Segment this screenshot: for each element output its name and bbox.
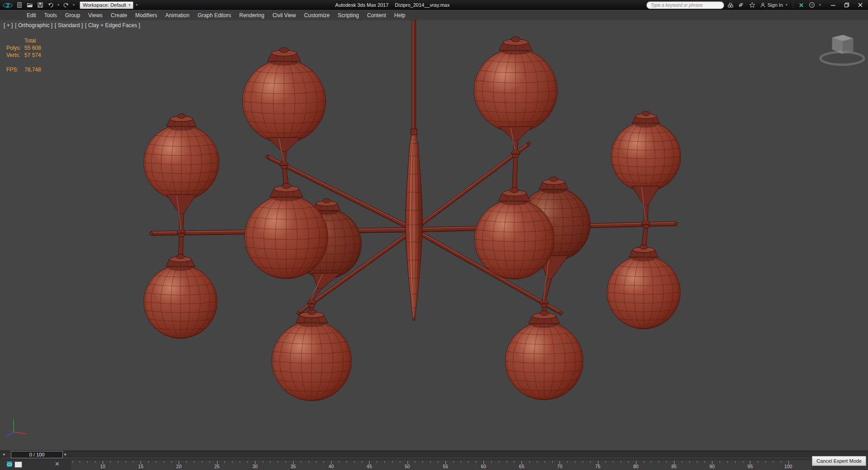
ruler-tick — [95, 461, 95, 463]
ruler-tick — [384, 461, 385, 463]
qat-customize-arrow[interactable]: ▾ — [135, 3, 138, 7]
menu-item-views[interactable]: Views — [84, 10, 107, 20]
exchange-apps-button[interactable] — [797, 1, 806, 9]
ruler-tick — [659, 461, 659, 463]
help-button[interactable]: ? — [807, 1, 816, 9]
ruler-tick — [476, 461, 476, 463]
ruler-tick — [209, 461, 210, 463]
ruler-tick — [301, 461, 301, 463]
ruler-tick — [278, 461, 278, 463]
window-title: Autodesk 3ds Max 2017 Dizipro_2014__vray… — [138, 2, 646, 8]
ruler-frame-label: 65 — [519, 464, 524, 469]
menu-item-edit[interactable]: Edit — [23, 10, 40, 20]
search-input[interactable] — [646, 1, 724, 9]
sign-in-button[interactable]: Sign In ▾ — [759, 2, 790, 8]
ruler-tick — [164, 461, 164, 463]
undo-button[interactable] — [46, 1, 55, 9]
save-file-button[interactable] — [36, 1, 45, 9]
ruler-tick — [110, 461, 111, 463]
undo-icon — [47, 2, 54, 8]
viewport-standard-menu[interactable]: [ Standard ] — [55, 22, 83, 28]
restore-button[interactable] — [840, 0, 854, 9]
open-file-button[interactable] — [25, 1, 34, 9]
redo-button[interactable] — [62, 1, 71, 9]
save-icon — [37, 2, 43, 8]
sign-in-label: Sign In — [768, 2, 783, 8]
favorites-button[interactable] — [748, 1, 757, 9]
menu-item-civil-view[interactable]: Civil View — [268, 10, 300, 20]
ruler-tick — [453, 461, 454, 463]
menu-item-create[interactable]: Create — [107, 10, 131, 20]
3dsmax-logo-icon: 3 — [2, 1, 13, 9]
time-slider-track[interactable] — [1, 451, 867, 458]
menu-item-rendering[interactable]: Rendering — [235, 10, 268, 20]
undo-dropdown-arrow[interactable]: ▾ — [57, 3, 60, 7]
ruler-tick — [126, 461, 126, 463]
redo-icon — [63, 2, 69, 8]
ruler-tick — [621, 461, 621, 463]
ruler-tick — [727, 461, 728, 463]
chandelier-model[interactable] — [0, 20, 868, 450]
ruler-tick — [697, 461, 697, 463]
ruler-frame-label: 30 — [252, 464, 258, 469]
menu-item-graph-editors[interactable]: Graph Editors — [194, 10, 235, 20]
minimize-button[interactable] — [826, 0, 840, 9]
stats-fps-row: FPS:78,748 — [6, 66, 41, 73]
menu-item-modifiers[interactable]: Modifiers — [131, 10, 161, 20]
viewport-general-menu[interactable]: [ + ] — [4, 22, 13, 28]
viewport-pov-menu[interactable]: [ Orthographic ] — [15, 22, 52, 28]
app-logo[interactable]: 3 — [2, 0, 14, 9]
new-file-icon — [16, 2, 23, 8]
workspace-dropdown[interactable]: Workspace: Default ▾ — [80, 1, 133, 9]
exchange-apps-icon — [798, 2, 804, 8]
help-icon: ? — [809, 2, 815, 8]
menu-item-tools[interactable]: Tools — [40, 10, 61, 20]
close-button[interactable] — [854, 0, 867, 9]
redo-dropdown-arrow[interactable]: ▾ — [72, 3, 76, 7]
menu-item-animation[interactable]: Animation — [161, 10, 194, 20]
viewcube[interactable] — [821, 35, 864, 65]
communication-center-button[interactable] — [737, 1, 746, 9]
timeline-ruler[interactable]: 101520253035404550556065707580859095100 — [70, 460, 813, 470]
ruler-tick — [590, 461, 591, 463]
ruler-tick — [537, 461, 537, 463]
ruler-frame-label: 45 — [367, 464, 372, 469]
menu-item-group[interactable]: Group — [61, 10, 84, 20]
title-bar: 3 ▾ ▾ Workspace: Default ▾ — [0, 0, 868, 10]
app-mini-icon — [6, 461, 13, 467]
star-icon — [749, 2, 755, 8]
ruler-frame-label: 20 — [176, 464, 182, 469]
titlebar-separator — [793, 2, 793, 8]
viewport-canvas[interactable]: [ + ][ Orthographic ][ Standard ][ Clay … — [0, 20, 868, 450]
menu-item-help[interactable]: Help — [390, 10, 410, 20]
close-icon — [857, 2, 863, 8]
ruler-frame-label: 95 — [748, 464, 753, 469]
cancel-expert-mode-button[interactable]: Cancel Expert Mode — [812, 456, 866, 466]
menu-item-customize[interactable]: Customize — [300, 10, 334, 20]
menu-item-content[interactable]: Content — [363, 10, 390, 20]
trackbar-close-icon[interactable]: ✕ — [55, 460, 60, 468]
ruler-tick — [362, 461, 362, 463]
next-frame-button[interactable]: ► — [64, 452, 67, 457]
viewport-label: [ + ][ Orthographic ][ Standard ][ Clay … — [4, 22, 140, 28]
viewport-shading-menu[interactable]: [ Clay + Edged Faces ] — [85, 22, 140, 28]
ruler-frame-label: 85 — [671, 464, 677, 469]
mini-listener-field[interactable] — [14, 461, 22, 468]
ruler-tick — [354, 461, 355, 463]
menu-item-scripting[interactable]: Scripting — [334, 10, 363, 20]
previous-frame-button[interactable]: ◄ — [2, 452, 5, 457]
ruler-tick — [308, 461, 309, 463]
ruler-tick — [468, 461, 469, 463]
help-dropdown-arrow[interactable]: ▾ — [818, 3, 822, 7]
ruler-tick — [156, 461, 157, 463]
ruler-tick — [575, 461, 575, 463]
ruler-tick — [392, 461, 393, 463]
search-button[interactable] — [726, 1, 735, 9]
ruler-tick — [613, 461, 613, 463]
ruler-frame-label: 40 — [328, 464, 334, 469]
new-scene-button[interactable] — [15, 1, 24, 9]
ruler-frame-label: 25 — [214, 464, 220, 469]
ruler-tick — [323, 461, 324, 463]
time-slider-handle[interactable]: 0 / 100 — [11, 451, 63, 458]
communication-center-icon — [738, 2, 745, 8]
